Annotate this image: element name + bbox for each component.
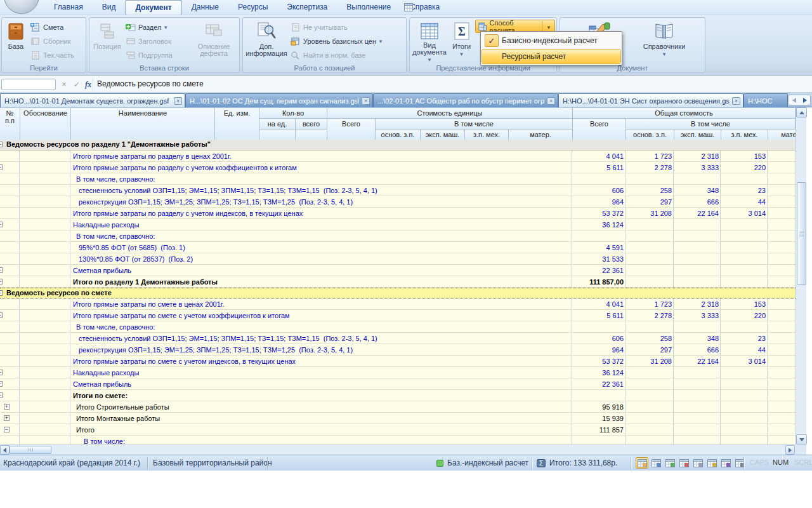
table-row[interactable]: Итого Монтажные работы15 939+ [0, 413, 796, 424]
table-row[interactable]: Итого прямые затраты по смете в ценах 20… [0, 298, 796, 310]
col-header-mater[interactable]: матер. [509, 130, 573, 140]
najti-v-norm-baze-button[interactable]: Найти в норм. базе [289, 48, 385, 62]
poziciya-button[interactable]: Позиция [91, 19, 124, 64]
table-row[interactable]: В том числе: [0, 436, 796, 444]
table-row[interactable]: Итого прямые затраты по разделу в ценах … [0, 150, 796, 162]
confirm-button[interactable]: ✓ [71, 79, 82, 90]
table-row[interactable]: В том числе, справочно: [0, 173, 796, 185]
podgruppa-button[interactable]: Подгруппа [124, 48, 192, 62]
vid-dokumenta-button[interactable]: Вид документа ▼ [411, 19, 448, 64]
col-header-v-tom-chisle-2[interactable]: В том числе [626, 119, 796, 130]
collapse-icon[interactable]: − [0, 142, 3, 147]
chart-icon[interactable] [719, 457, 732, 469]
col-header-osnov-zp-2[interactable]: основ. з.п. [626, 130, 674, 140]
document-tab[interactable]: Н...\01-01-02 ОС Дем сущ. перим охран си… [185, 93, 373, 107]
vertical-scrollbar[interactable] [796, 107, 806, 444]
col-header-obosnovanie[interactable]: Обоснование [20, 108, 71, 140]
baza-button[interactable]: База [3, 19, 29, 64]
close-icon[interactable]: × [174, 97, 182, 105]
section-row[interactable]: Ведомость ресурсов по смете− [0, 288, 796, 298]
col-header-zp-meh-2[interactable]: з.п. мех. [721, 130, 768, 140]
coins-icon[interactable] [705, 457, 718, 469]
razdel-button[interactable]: Раздел ▼ [124, 20, 192, 34]
col-header-kolvo[interactable]: Кол-во [259, 108, 327, 119]
table-row[interactable]: Итого прямые затраты по разделу с учетом… [0, 208, 796, 219]
document-tab[interactable]: ...\02-01-01 АС Общестр раб по обустр пе… [373, 93, 558, 107]
status-calc-mode[interactable]: Баз.-индексный расчет [447, 458, 528, 467]
menu-item-resursnyj[interactable]: Ресурсный расчет [481, 49, 621, 64]
grid-hp-icon[interactable] [678, 457, 690, 469]
table-row[interactable]: Итого Строительные работы95 918+ [0, 401, 796, 413]
expand-icon[interactable]: + [4, 404, 10, 410]
col-header-mater-2[interactable]: матер. [768, 130, 796, 140]
collapse-icon[interactable]: − [0, 392, 3, 398]
ne-uchityvat-button[interactable]: Не учитывать [289, 20, 385, 34]
scroll-right-button[interactable] [785, 445, 795, 455]
sbornik-button[interactable]: Сборник [29, 34, 76, 48]
ribbon-tab[interactable]: Ресурсы [228, 0, 277, 15]
calculator-icon[interactable] [733, 457, 746, 469]
ribbon-tab[interactable]: Документ [125, 0, 181, 15]
collapse-icon[interactable]: − [0, 267, 3, 273]
collapse-icon[interactable]: − [0, 381, 3, 387]
zagolovok-button[interactable]: Заголовок [124, 34, 192, 48]
scroll-up-button[interactable] [796, 107, 807, 117]
table-row[interactable]: стесненность условий ОЗП=1,15; ЭМ=1,15; … [0, 333, 796, 344]
expand-icon[interactable]: + [4, 415, 10, 421]
col-header-v-tom-chisle[interactable]: В том числе [376, 119, 573, 130]
table-row[interactable]: Итого прямые затраты по смете с учетом и… [0, 356, 796, 367]
smeta-button[interactable]: Смета [29, 20, 76, 34]
formula-input[interactable]: Ведомость ресурсов по смете [97, 79, 204, 88]
close-icon[interactable]: × [732, 97, 740, 105]
quick-access-grid-icon[interactable] [404, 3, 413, 11]
ribbon-tab[interactable]: Вид [93, 0, 126, 15]
ribbon-tab[interactable]: Главная [44, 0, 93, 15]
tech-chast-button[interactable]: Тех.часть [29, 48, 76, 62]
status-total[interactable]: Итого: 133 311,68р. [549, 458, 617, 467]
name-box[interactable] [1, 79, 56, 90]
collapse-icon[interactable]: − [0, 312, 3, 318]
page-search-icon[interactable] [691, 457, 704, 469]
menu-item-bazisno-indexnyj[interactable]: ✓ Базисно-индексный расчет [481, 32, 621, 49]
table-row[interactable]: 95%*0.85 ФОТ (от 5685) (Поз. 1)4 591 [0, 242, 796, 253]
collapse-icon[interactable]: − [4, 427, 10, 432]
vertical-scroll-thumb[interactable] [797, 182, 806, 285]
scroll-left-button[interactable] [0, 445, 10, 455]
col-header-vsego-total[interactable]: Всего [573, 119, 626, 140]
table-row[interactable]: В том числе, справочно: [0, 231, 796, 242]
document-tab[interactable]: Н:\НОС [743, 93, 788, 107]
table-row[interactable]: Накладные расходы36 124− [0, 219, 796, 231]
col-header-naimenovanie[interactable]: Наименование [71, 108, 215, 140]
table-row[interactable]: Итоги по смете:− [0, 390, 796, 401]
status-district[interactable]: Базовый территориальный район [153, 458, 272, 467]
table-row[interactable]: Итого прямые затраты по смете с учетом к… [0, 310, 796, 321]
grid-blue-icon[interactable] [650, 457, 662, 469]
table-row[interactable]: Итого111 857− [0, 424, 796, 436]
close-icon[interactable]: × [362, 97, 370, 105]
table-row[interactable]: Сметная прибыль22 361− [0, 265, 796, 276]
status-region[interactable]: Краснодарский край (редакция 2014 г.) [3, 458, 140, 467]
table-row[interactable]: В том числе, справочно: [0, 321, 796, 333]
collapse-icon[interactable]: − [0, 290, 3, 296]
col-header-eksp-mash[interactable]: эксп. маш. [421, 130, 465, 140]
col-header-zp-meh[interactable]: з.п. мех. [465, 130, 509, 140]
itogi-button[interactable]: Σ Итоги▼ [448, 19, 475, 64]
grid-view-icon[interactable] [636, 457, 648, 469]
grid-clock-icon[interactable] [664, 457, 676, 469]
table-row[interactable]: реконстркуция ОЗП=1,15; ЭМ=1,25; ЗПМ=1,2… [0, 196, 796, 208]
table-row[interactable]: Итого прямые затраты по разделу с учетом… [0, 162, 796, 173]
col-header-stoimost-edinicy[interactable]: Стоимость единицы [327, 108, 573, 119]
col-header-ed-izm[interactable]: Ед. изм. [215, 108, 259, 140]
close-icon[interactable]: × [547, 97, 555, 105]
table-row[interactable]: реконстркуция ОЗП=1,15; ЭМ=1,25; ЗПМ=1,2… [0, 344, 796, 356]
col-header-vsego-small[interactable]: всего [296, 119, 327, 130]
horizontal-scrollbar[interactable] [0, 444, 796, 455]
opisanie-defekta-button[interactable]: Описание дефекта [192, 19, 235, 64]
col-header-osnov-zp[interactable]: основ. з.п. [376, 130, 421, 140]
document-tab[interactable]: Н:\НО...\04-01-01 ЭН Сист охранного осве… [558, 93, 743, 107]
ribbon-tab[interactable]: Выполнение [337, 0, 400, 15]
table-row[interactable]: стесненность условий ОЗП=1,15; ЭМ=1,15; … [0, 185, 796, 196]
spravochniki-button[interactable]: Справочники▼ [641, 19, 688, 64]
table-row[interactable]: 130%*0.85 ФОТ (от 28537) (Поз. 2)31 533 [0, 253, 796, 265]
dop-informaciya-button[interactable]: Доп. информация [244, 19, 289, 64]
